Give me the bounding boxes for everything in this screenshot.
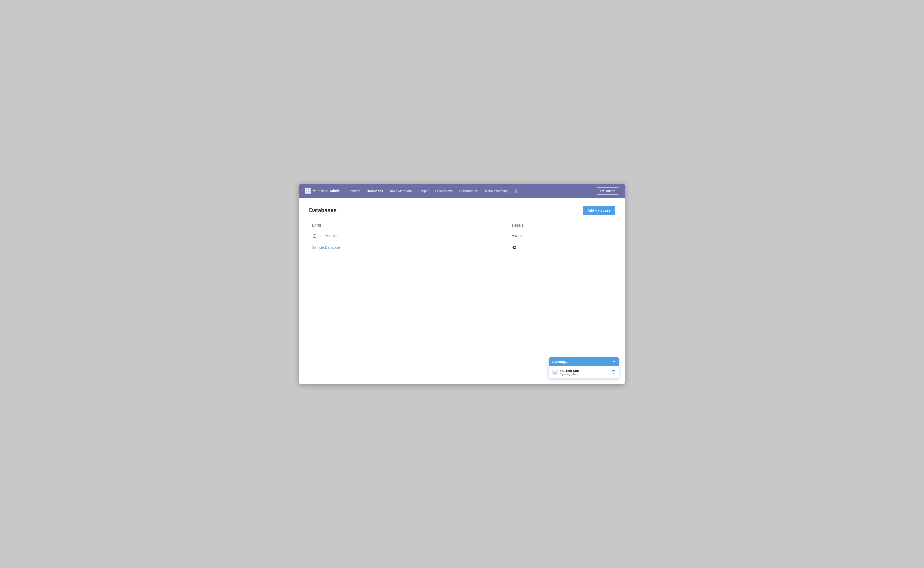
lock-icon[interactable]: 🔒 [511,187,521,195]
app-window: Metabase Admin Settings Databases Table … [299,184,625,384]
db-link-fc-test-site[interactable]: FC Test Site [312,234,506,238]
table-row: FC Test Site MySQL [309,230,615,242]
logo-icon [305,188,311,193]
nav-item-settings[interactable]: Settings [345,187,363,194]
db-engine-cell: H2 [509,242,615,253]
sync-header[interactable]: Syncing... ▼ [549,357,619,366]
nav-item-databases[interactable]: Databases [364,187,386,194]
db-name-text: Sample Database [312,245,340,249]
nav-item-performance[interactable]: Performance [456,187,481,194]
sync-panel: Syncing... ▼ FC Test Site Syncing tables… [549,357,619,378]
nav-right: Exit admin [596,187,619,195]
sync-db-info: FC Test Site Syncing tables... [560,369,609,376]
sync-db-name: FC Test Site [560,369,609,373]
db-name-cell: FC Test Site [309,230,509,242]
sync-spinner-icon [611,370,615,375]
database-icon [553,371,557,374]
db-name-text: FC Test Site [319,234,338,238]
main-content: Databases Add database Name Engine [299,198,625,384]
svg-rect-1 [313,237,316,238]
nav-item-permissions[interactable]: Permissions [432,187,456,194]
svg-point-2 [554,371,556,372]
sync-status-text: Syncing... [552,360,568,364]
db-engine-cell: MySQL [509,230,615,242]
chevron-down-icon: ▼ [612,360,615,364]
databases-table: Name Engine FC Test Si [309,222,615,253]
hourglass-spin-icon [611,370,615,374]
hourglass-icon [312,234,317,238]
svg-rect-0 [313,234,316,235]
exit-admin-button[interactable]: Exit admin [596,187,619,195]
add-database-button[interactable]: Add database [583,206,615,215]
nav-links: Settings Databases Table Metadata People… [345,187,596,195]
column-engine: Engine [509,222,615,230]
page-title: Databases [309,207,337,214]
svg-rect-4 [612,373,615,373]
nav-item-troubleshooting[interactable]: Troubleshooting [481,187,510,194]
sync-item: FC Test Site Syncing tables... [549,366,619,378]
nav-brand[interactable]: Metabase Admin [305,188,341,193]
sync-status-detail: Syncing tables... [560,373,609,376]
nav-item-people[interactable]: People [415,187,432,194]
column-name: Name [309,222,509,230]
svg-rect-3 [612,370,615,371]
db-name-cell: Sample Database [309,242,509,253]
page-header: Databases Add database [309,206,615,215]
db-link-sample-database[interactable]: Sample Database [312,245,506,249]
sync-db-icon [552,370,558,375]
nav-bar: Metabase Admin Settings Databases Table … [299,184,625,198]
table-row: Sample Database H2 [309,242,615,253]
brand-name: Metabase Admin [313,189,341,193]
table-header-row: Name Engine [309,222,615,230]
nav-item-table-metadata[interactable]: Table Metadata [386,187,415,194]
